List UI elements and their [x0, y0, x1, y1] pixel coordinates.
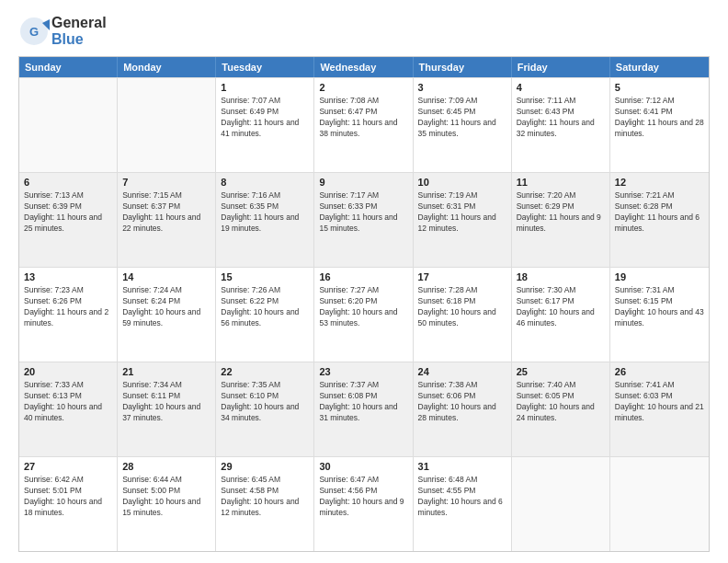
day-info: Sunrise: 7:15 AMSunset: 6:37 PMDaylight:… [122, 190, 210, 235]
day-number: 23 [319, 365, 407, 379]
weekday-header-saturday: Saturday [610, 57, 709, 77]
day-info: Sunrise: 6:42 AMSunset: 5:01 PMDaylight:… [24, 475, 112, 519]
day-info: Sunrise: 7:41 AMSunset: 6:03 PMDaylight:… [615, 380, 704, 424]
day-number: 31 [418, 460, 506, 474]
day-number: 18 [517, 270, 605, 284]
calendar-header: SundayMondayTuesdayWednesdayThursdayFrid… [19, 57, 709, 77]
day-number: 4 [517, 81, 605, 95]
day-info: Sunrise: 7:08 AMSunset: 6:47 PMDaylight:… [319, 96, 407, 140]
calendar-cell: 12Sunrise: 7:21 AMSunset: 6:28 PMDayligh… [610, 173, 709, 267]
calendar: SundayMondayTuesdayWednesdayThursdayFrid… [18, 56, 710, 552]
calendar-cell [610, 457, 709, 551]
day-number: 9 [319, 176, 407, 190]
day-number: 21 [122, 365, 210, 379]
day-number: 14 [122, 270, 210, 284]
calendar-cell: 25Sunrise: 7:40 AMSunset: 6:05 PMDayligh… [512, 362, 610, 456]
calendar-cell: 4Sunrise: 7:11 AMSunset: 6:43 PMDaylight… [512, 78, 610, 172]
day-number: 28 [122, 460, 210, 474]
day-info: Sunrise: 7:31 AMSunset: 6:15 PMDaylight:… [615, 285, 704, 329]
day-info: Sunrise: 7:13 AMSunset: 6:39 PMDaylight:… [24, 190, 112, 235]
calendar-cell: 27Sunrise: 6:42 AMSunset: 5:01 PMDayligh… [19, 457, 118, 551]
calendar-cell: 30Sunrise: 6:47 AMSunset: 4:56 PMDayligh… [314, 457, 413, 551]
calendar-cell: 1Sunrise: 7:07 AMSunset: 6:49 PMDaylight… [216, 78, 314, 172]
calendar-cell: 20Sunrise: 7:33 AMSunset: 6:13 PMDayligh… [19, 362, 118, 456]
calendar-cell: 9Sunrise: 7:17 AMSunset: 6:33 PMDaylight… [314, 173, 413, 267]
calendar-cell: 6Sunrise: 7:13 AMSunset: 6:39 PMDaylight… [19, 173, 118, 267]
day-number: 12 [615, 176, 704, 190]
calendar-cell: 8Sunrise: 7:16 AMSunset: 6:35 PMDaylight… [216, 173, 314, 267]
day-number: 30 [319, 460, 407, 474]
calendar-cell: 18Sunrise: 7:30 AMSunset: 6:17 PMDayligh… [512, 268, 610, 362]
day-info: Sunrise: 7:16 AMSunset: 6:35 PMDaylight:… [221, 190, 309, 235]
day-info: Sunrise: 7:09 AMSunset: 6:45 PMDaylight:… [418, 96, 506, 140]
day-number: 17 [418, 270, 506, 284]
day-info: Sunrise: 6:48 AMSunset: 4:55 PMDaylight:… [418, 475, 506, 519]
day-number: 26 [615, 365, 704, 379]
calendar-cell: 31Sunrise: 6:48 AMSunset: 4:55 PMDayligh… [414, 457, 512, 551]
day-number: 10 [418, 176, 506, 190]
calendar-row: 1Sunrise: 7:07 AMSunset: 6:49 PMDaylight… [19, 77, 709, 172]
day-info: Sunrise: 7:27 AMSunset: 6:20 PMDaylight:… [319, 285, 407, 329]
calendar-cell: 19Sunrise: 7:31 AMSunset: 6:15 PMDayligh… [610, 268, 709, 362]
calendar-cell: 5Sunrise: 7:12 AMSunset: 6:41 PMDaylight… [610, 78, 709, 172]
calendar-cell: 7Sunrise: 7:15 AMSunset: 6:37 PMDaylight… [118, 173, 216, 267]
calendar-cell: 10Sunrise: 7:19 AMSunset: 6:31 PMDayligh… [414, 173, 512, 267]
day-info: Sunrise: 7:17 AMSunset: 6:33 PMDaylight:… [319, 190, 407, 235]
day-number: 29 [221, 460, 309, 474]
calendar-cell [19, 78, 118, 172]
day-info: Sunrise: 7:21 AMSunset: 6:28 PMDaylight:… [615, 190, 704, 235]
weekday-header-friday: Friday [512, 57, 610, 77]
calendar-cell: 29Sunrise: 6:45 AMSunset: 4:58 PMDayligh… [216, 457, 314, 551]
day-number: 7 [122, 176, 210, 190]
calendar-cell: 11Sunrise: 7:20 AMSunset: 6:29 PMDayligh… [512, 173, 610, 267]
day-number: 15 [221, 270, 309, 284]
day-number: 22 [221, 365, 309, 379]
calendar-cell: 24Sunrise: 7:38 AMSunset: 6:06 PMDayligh… [414, 362, 512, 456]
calendar-cell: 26Sunrise: 7:41 AMSunset: 6:03 PMDayligh… [610, 362, 709, 456]
calendar-cell: 2Sunrise: 7:08 AMSunset: 6:47 PMDaylight… [314, 78, 413, 172]
day-number: 25 [517, 365, 605, 379]
day-number: 3 [418, 81, 506, 95]
day-info: Sunrise: 6:45 AMSunset: 4:58 PMDaylight:… [221, 475, 309, 519]
logo-blue: Blue [51, 31, 84, 47]
day-number: 24 [418, 365, 506, 379]
day-info: Sunrise: 7:38 AMSunset: 6:06 PMDaylight:… [418, 380, 506, 424]
day-info: Sunrise: 7:30 AMSunset: 6:17 PMDaylight:… [517, 285, 605, 329]
weekday-header-sunday: Sunday [19, 57, 118, 77]
day-number: 8 [221, 176, 309, 190]
day-info: Sunrise: 7:35 AMSunset: 6:10 PMDaylight:… [221, 380, 309, 424]
day-number: 11 [517, 176, 605, 190]
day-info: Sunrise: 7:19 AMSunset: 6:31 PMDaylight:… [418, 190, 506, 235]
day-number: 20 [24, 365, 112, 379]
day-info: Sunrise: 7:28 AMSunset: 6:18 PMDaylight:… [418, 285, 506, 329]
calendar-cell: 28Sunrise: 6:44 AMSunset: 5:00 PMDayligh… [118, 457, 216, 551]
calendar-row: 20Sunrise: 7:33 AMSunset: 6:13 PMDayligh… [19, 362, 709, 456]
calendar-cell [512, 457, 610, 551]
calendar-body: 1Sunrise: 7:07 AMSunset: 6:49 PMDaylight… [19, 77, 709, 551]
calendar-cell [118, 78, 216, 172]
day-number: 1 [221, 81, 309, 95]
day-info: Sunrise: 7:40 AMSunset: 6:05 PMDaylight:… [517, 380, 605, 424]
day-info: Sunrise: 7:11 AMSunset: 6:43 PMDaylight:… [517, 96, 605, 140]
calendar-cell: 21Sunrise: 7:34 AMSunset: 6:11 PMDayligh… [118, 362, 216, 456]
weekday-header-tuesday: Tuesday [216, 57, 314, 77]
day-info: Sunrise: 7:23 AMSunset: 6:26 PMDaylight:… [24, 285, 112, 329]
calendar-row: 27Sunrise: 6:42 AMSunset: 5:01 PMDayligh… [19, 456, 709, 551]
svg-text:G: G [29, 25, 39, 39]
day-number: 6 [24, 176, 112, 190]
calendar-cell: 13Sunrise: 7:23 AMSunset: 6:26 PMDayligh… [19, 268, 118, 362]
calendar-cell: 3Sunrise: 7:09 AMSunset: 6:45 PMDaylight… [414, 78, 512, 172]
day-info: Sunrise: 7:24 AMSunset: 6:24 PMDaylight:… [122, 285, 210, 329]
day-number: 27 [24, 460, 112, 474]
calendar-row: 6Sunrise: 7:13 AMSunset: 6:39 PMDaylight… [19, 172, 709, 267]
day-info: Sunrise: 7:07 AMSunset: 6:49 PMDaylight:… [221, 96, 309, 140]
calendar-cell: 16Sunrise: 7:27 AMSunset: 6:20 PMDayligh… [314, 268, 413, 362]
day-number: 13 [24, 270, 112, 284]
day-info: Sunrise: 7:20 AMSunset: 6:29 PMDaylight:… [517, 190, 605, 235]
day-info: Sunrise: 6:47 AMSunset: 4:56 PMDaylight:… [319, 475, 407, 519]
weekday-header-wednesday: Wednesday [314, 57, 413, 77]
day-info: Sunrise: 7:26 AMSunset: 6:22 PMDaylight:… [221, 285, 309, 329]
day-info: Sunrise: 7:33 AMSunset: 6:13 PMDaylight:… [24, 380, 112, 424]
day-number: 19 [615, 270, 704, 284]
calendar-cell: 15Sunrise: 7:26 AMSunset: 6:22 PMDayligh… [216, 268, 314, 362]
